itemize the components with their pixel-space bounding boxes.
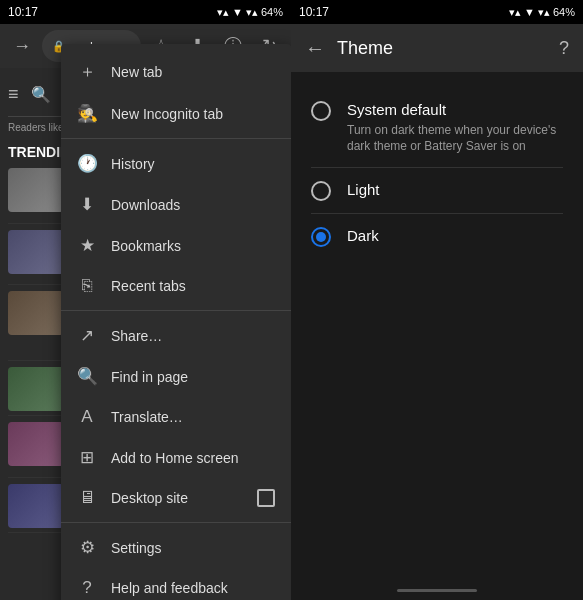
page-title: Theme — [337, 38, 547, 59]
menu-item-find-in-page[interactable]: 🔍 Find in page — [61, 356, 291, 397]
menu-item-translate[interactable]: A Translate… — [61, 397, 291, 437]
left-status-time: 10:17 — [8, 5, 38, 19]
menu-label-share: Share… — [111, 328, 162, 344]
theme-option-text-system-default: System default Turn on dark theme when y… — [347, 100, 563, 155]
menu-label-history: History — [111, 156, 155, 172]
radio-dark[interactable] — [311, 227, 331, 247]
help-icon[interactable]: ? — [559, 38, 569, 59]
menu-item-downloads[interactable]: ⬇ Downloads — [61, 184, 291, 225]
menu-label-desktop-site: Desktop site — [111, 490, 188, 506]
right-battery-icon: ▾▴ 64% — [538, 6, 575, 19]
translate-icon: A — [77, 407, 97, 427]
right-status-icons: ▾▴ ▼ ▾▴ 64% — [509, 6, 575, 19]
theme-option-system-default[interactable]: System default Turn on dark theme when y… — [311, 88, 563, 167]
article-thumbnail — [8, 484, 64, 528]
bookmarks-icon: ★ — [77, 235, 97, 256]
theme-option-light[interactable]: Light — [311, 168, 563, 213]
radio-light[interactable] — [311, 181, 331, 201]
article-thumbnail — [8, 168, 64, 212]
right-wifi-icon: ▼ — [524, 6, 535, 18]
right-status-time: 10:17 — [299, 5, 329, 19]
hamburger-icon[interactable]: ≡ — [8, 84, 19, 105]
left-panel: 10:17 ▾▴ ▼ ▾▴ 64% → 🔒 makeus ☆ ⬇ ⓘ ↻ ≡ 🔍… — [0, 0, 291, 600]
desktop-site-left: 🖥 Desktop site — [77, 488, 188, 508]
menu-label-help: Help and feedback — [111, 580, 228, 596]
history-icon: 🕐 — [77, 153, 97, 174]
find-icon: 🔍 — [77, 366, 97, 387]
recent-tabs-icon: ⎘ — [77, 276, 97, 296]
theme-name-light: Light — [347, 180, 380, 200]
downloads-icon: ⬇ — [77, 194, 97, 215]
left-signal-icon: ▾▴ — [217, 6, 229, 19]
theme-content: System default Turn on dark theme when y… — [291, 72, 583, 580]
menu-label-add-home: Add to Home screen — [111, 450, 239, 466]
menu-item-share[interactable]: ↗ Share… — [61, 315, 291, 356]
theme-name-dark: Dark — [347, 226, 379, 246]
right-signal-icon: ▾▴ — [509, 6, 521, 19]
left-battery-icon: ▾▴ 64% — [246, 6, 283, 19]
article-thumbnail — [8, 230, 64, 274]
article-thumbnail — [8, 367, 64, 411]
theme-option-text-light: Light — [347, 180, 380, 200]
radio-dark-dot — [316, 232, 326, 242]
add-home-icon: ⊞ — [77, 447, 97, 468]
incognito-icon: 🕵 — [77, 103, 97, 124]
menu-label-find-in-page: Find in page — [111, 369, 188, 385]
menu-item-help[interactable]: ? Help and feedback — [61, 568, 291, 600]
browser-menu: ＋ New tab 🕵 New Incognito tab 🕐 History … — [61, 44, 291, 600]
left-wifi-icon: ▼ — [232, 6, 243, 18]
menu-item-add-home[interactable]: ⊞ Add to Home screen — [61, 437, 291, 478]
menu-label-downloads: Downloads — [111, 197, 180, 213]
forward-icon[interactable]: → — [6, 30, 38, 62]
menu-label-new-incognito-tab: New Incognito tab — [111, 106, 223, 122]
radio-system-default[interactable] — [311, 101, 331, 121]
theme-option-text-dark: Dark — [347, 226, 379, 246]
menu-item-recent-tabs[interactable]: ⎘ Recent tabs — [61, 266, 291, 306]
desktop-site-checkbox[interactable] — [257, 489, 275, 507]
help-feedback-icon: ? — [77, 578, 97, 598]
menu-item-bookmarks[interactable]: ★ Bookmarks — [61, 225, 291, 266]
theme-toolbar: ← Theme ? — [291, 24, 583, 72]
share-icon: ↗ — [77, 325, 97, 346]
right-status-bar: 10:17 ▾▴ ▼ ▾▴ 64% — [291, 0, 583, 24]
menu-label-settings: Settings — [111, 540, 162, 556]
search-icon[interactable]: 🔍 — [31, 85, 51, 104]
handle-bar — [397, 589, 477, 592]
new-tab-icon: ＋ — [77, 60, 97, 83]
back-button[interactable]: ← — [305, 37, 325, 60]
theme-desc-system-default: Turn on dark theme when your device's da… — [347, 122, 563, 156]
article-thumbnail — [8, 422, 64, 466]
menu-label-translate: Translate… — [111, 409, 183, 425]
menu-item-new-incognito-tab[interactable]: 🕵 New Incognito tab — [61, 93, 291, 134]
menu-label-recent-tabs: Recent tabs — [111, 278, 186, 294]
article-thumbnail — [8, 291, 64, 335]
theme-option-dark[interactable]: Dark — [311, 214, 563, 259]
bottom-handle — [291, 580, 583, 600]
menu-divider-3 — [61, 522, 291, 523]
menu-item-settings[interactable]: ⚙ Settings — [61, 527, 291, 568]
menu-divider-2 — [61, 310, 291, 311]
menu-divider-1 — [61, 138, 291, 139]
settings-icon: ⚙ — [77, 537, 97, 558]
left-status-icons: ▾▴ ▼ ▾▴ 64% — [217, 6, 283, 19]
left-status-bar: 10:17 ▾▴ ▼ ▾▴ 64% — [0, 0, 291, 24]
menu-item-desktop-site[interactable]: 🖥 Desktop site — [61, 478, 291, 518]
menu-label-new-tab: New tab — [111, 64, 162, 80]
menu-label-bookmarks: Bookmarks — [111, 238, 181, 254]
menu-item-new-tab[interactable]: ＋ New tab — [61, 50, 291, 93]
menu-item-history[interactable]: 🕐 History — [61, 143, 291, 184]
right-panel: 10:17 ▾▴ ▼ ▾▴ 64% ← Theme ? System defau… — [291, 0, 583, 600]
theme-name-system-default: System default — [347, 100, 563, 120]
desktop-icon: 🖥 — [77, 488, 97, 508]
